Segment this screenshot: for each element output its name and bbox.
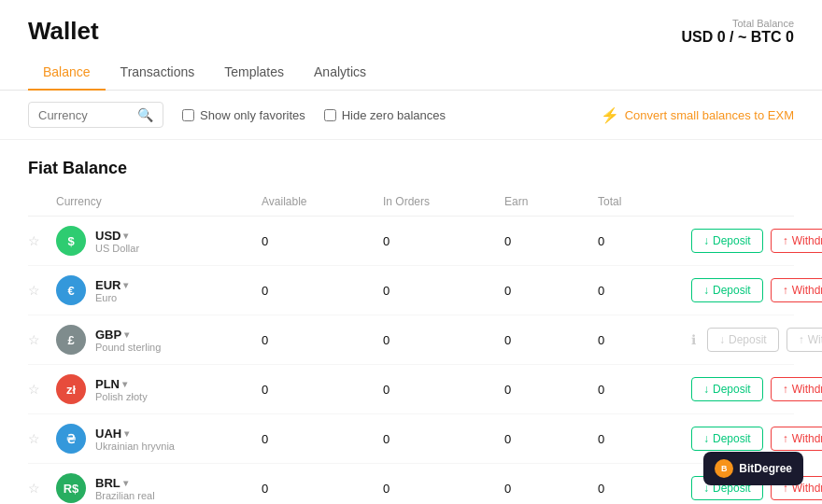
withdraw-button[interactable]: ↑ Withdraw bbox=[771, 278, 822, 302]
currency-name: Pound sterling bbox=[95, 342, 161, 353]
earn-value: 0 bbox=[504, 383, 598, 397]
bitdegree-logo: B bbox=[715, 459, 733, 478]
favorite-star[interactable]: ☆ bbox=[28, 332, 56, 347]
currency-icon: ₴ bbox=[56, 424, 86, 454]
available-value: 0 bbox=[262, 482, 383, 496]
col-in-orders: In Orders bbox=[383, 195, 504, 208]
deposit-button[interactable]: ↓ Deposit bbox=[691, 229, 763, 253]
fiat-balance-table: Currency Available In Orders Earn Total … bbox=[0, 188, 822, 504]
total-value: 0 bbox=[598, 482, 691, 496]
action-cell: ↓ Deposit ↑ Withdraw bbox=[691, 377, 822, 401]
in-orders-value: 0 bbox=[383, 284, 504, 298]
col-currency: Currency bbox=[56, 195, 262, 208]
hide-zero-label: Hide zero balances bbox=[342, 108, 446, 122]
deposit-button[interactable]: ↓ Deposit bbox=[691, 278, 763, 302]
earn-value: 0 bbox=[504, 482, 598, 496]
in-orders-value: 0 bbox=[383, 383, 504, 397]
favorite-star[interactable]: ☆ bbox=[28, 481, 56, 496]
currency-icon: $ bbox=[56, 226, 86, 256]
hide-zero-checkbox[interactable]: Hide zero balances bbox=[324, 108, 446, 122]
total-value: 0 bbox=[598, 432, 691, 446]
currency-cell: zł PLN ▾ Polish złoty bbox=[56, 374, 262, 404]
currency-info: GBP ▾ Pound sterling bbox=[95, 328, 161, 353]
earn-value: 0 bbox=[504, 333, 598, 347]
currency-info: USD ▾ US Dollar bbox=[95, 229, 139, 254]
currency-name: US Dollar bbox=[95, 243, 139, 254]
col-star bbox=[28, 195, 56, 208]
favorite-star[interactable]: ☆ bbox=[28, 382, 56, 397]
currency-info: EUR ▾ Euro bbox=[95, 278, 128, 303]
col-actions bbox=[691, 195, 794, 208]
action-cell: ↓ Deposit ↑ Withdraw bbox=[691, 278, 822, 302]
currency-name: Ukrainian hryvnia bbox=[95, 441, 175, 452]
page-header: Wallet Total Balance USD 0 / ~ BTC 0 bbox=[0, 0, 822, 55]
earn-value: 0 bbox=[504, 234, 598, 248]
col-total: Total bbox=[598, 195, 691, 208]
tab-analytics[interactable]: Analytics bbox=[299, 55, 381, 91]
currency-code: USD ▾ bbox=[95, 229, 139, 243]
table-row: ☆ R$ BRL ▾ Brazilian real 0 0 0 0 ↓ Depo… bbox=[28, 464, 794, 504]
show-favorites-input[interactable] bbox=[182, 109, 194, 121]
currency-info: UAH ▾ Ukrainian hryvnia bbox=[95, 427, 175, 452]
total-balance-label: Total Balance bbox=[682, 18, 794, 29]
convert-button[interactable]: ⚡ Convert small balances to EXM bbox=[601, 106, 794, 124]
deposit-button[interactable]: ↓ Deposit bbox=[691, 377, 763, 401]
favorite-star[interactable]: ☆ bbox=[28, 233, 56, 248]
currency-code: BRL ▾ bbox=[95, 476, 155, 490]
tab-templates[interactable]: Templates bbox=[209, 55, 299, 91]
tab-balance[interactable]: Balance bbox=[28, 55, 106, 91]
available-value: 0 bbox=[262, 333, 383, 347]
tab-transactions[interactable]: Transactions bbox=[106, 55, 210, 91]
currency-cell: € EUR ▾ Euro bbox=[56, 275, 262, 305]
currency-cell: $ USD ▾ US Dollar bbox=[56, 226, 262, 256]
col-earn: Earn bbox=[504, 195, 598, 208]
total-value: 0 bbox=[598, 234, 691, 248]
fiat-balance-title: Fiat Balance bbox=[0, 140, 822, 188]
chevron-down-icon: ▾ bbox=[123, 280, 128, 290]
favorite-star[interactable]: ☆ bbox=[28, 431, 56, 446]
withdraw-button[interactable]: ↑ Withdraw bbox=[771, 377, 822, 401]
page-title: Wallet bbox=[28, 17, 99, 46]
currency-icon: zł bbox=[56, 374, 86, 404]
favorite-star[interactable]: ☆ bbox=[28, 283, 56, 298]
deposit-button[interactable]: ↓ Deposit bbox=[691, 427, 763, 451]
currency-info: BRL ▾ Brazilian real bbox=[95, 476, 155, 501]
withdraw-button[interactable]: ↑ Withdraw bbox=[771, 229, 822, 253]
withdraw-button[interactable]: ↑ Withdraw bbox=[771, 427, 822, 451]
bitdegree-text: BitDegree bbox=[739, 462, 792, 475]
currency-cell: R$ BRL ▾ Brazilian real bbox=[56, 473, 262, 503]
chevron-down-icon: ▾ bbox=[123, 478, 128, 488]
search-input[interactable] bbox=[38, 108, 132, 122]
info-icon: ℹ bbox=[691, 332, 696, 347]
total-balance-section: Total Balance USD 0 / ~ BTC 0 bbox=[682, 18, 794, 46]
currency-icon: R$ bbox=[56, 473, 86, 503]
show-favorites-checkbox[interactable]: Show only favorites bbox=[182, 108, 305, 122]
hide-zero-input[interactable] bbox=[324, 109, 336, 121]
action-cell: ↓ Deposit ↑ Withdraw bbox=[691, 427, 822, 451]
available-value: 0 bbox=[262, 383, 383, 397]
chevron-down-icon: ▾ bbox=[122, 379, 127, 389]
table-header: Currency Available In Orders Earn Total bbox=[28, 188, 794, 217]
action-cell: ↓ Deposit ↑ Withdraw bbox=[691, 229, 822, 253]
currency-code: PLN ▾ bbox=[95, 377, 148, 391]
navigation-tabs: Balance Transactions Templates Analytics bbox=[0, 55, 822, 91]
earn-value: 0 bbox=[504, 432, 598, 446]
convert-label: Convert small balances to EXM bbox=[625, 108, 794, 122]
table-row: ☆ zł PLN ▾ Polish złoty 0 0 0 0 ↓ Deposi… bbox=[28, 365, 794, 414]
total-balance-value: USD 0 / ~ BTC 0 bbox=[682, 29, 794, 45]
currency-icon: € bbox=[56, 275, 86, 305]
chevron-down-icon: ▾ bbox=[123, 231, 128, 241]
chevron-down-icon: ▾ bbox=[124, 428, 129, 439]
table-row: ☆ £ GBP ▾ Pound sterling 0 0 0 0 ℹ ↓ Dep… bbox=[28, 315, 794, 365]
deposit-button-disabled: ↓ Deposit bbox=[707, 328, 779, 352]
currency-code: EUR ▾ bbox=[95, 278, 128, 292]
total-value: 0 bbox=[598, 333, 691, 347]
currency-name: Euro bbox=[95, 292, 128, 303]
search-box[interactable]: 🔍 bbox=[28, 102, 163, 128]
currency-code: GBP ▾ bbox=[95, 328, 161, 342]
currency-cell: ₴ UAH ▾ Ukrainian hryvnia bbox=[56, 424, 262, 454]
toolbar: 🔍 Show only favorites Hide zero balances… bbox=[0, 91, 822, 140]
withdraw-button-disabled: ↑ Withdraw bbox=[787, 328, 822, 352]
search-icon: 🔍 bbox=[137, 107, 153, 122]
currency-code: UAH ▾ bbox=[95, 427, 175, 441]
